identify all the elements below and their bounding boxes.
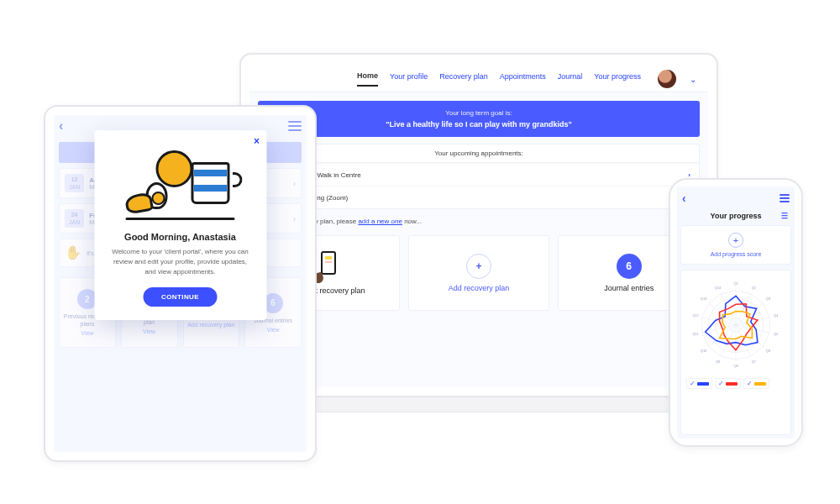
add-score-label: Add progress score	[688, 251, 784, 257]
top-nav: Home Your profile Recovery plan Appointm…	[249, 63, 708, 92]
svg-text:Q3: Q3	[766, 297, 771, 301]
date-badge: 12JAN	[65, 174, 84, 192]
radar-chart: Q1Q2Q3Q4Q5Q6Q7Q8Q9Q10Q11Q12Q13Q14	[686, 276, 785, 375]
laptop-content: Your long term goal is: "Live a healthy …	[249, 92, 708, 319]
goal-banner: Your long term goal is: "Live a healthy …	[258, 101, 700, 137]
tab-recovery[interactable]: Recovery plan	[439, 72, 488, 86]
add-score-card[interactable]: + Add progress score	[680, 225, 791, 265]
view-link[interactable]: View	[143, 328, 155, 334]
goal-label: Your long term goal is:	[263, 109, 695, 117]
legend-item[interactable]: ✓	[743, 378, 769, 389]
svg-text:Q6: Q6	[766, 349, 771, 353]
page-title: Your progress ☰	[680, 212, 791, 220]
appointment-header: Your upcoming appointments:	[259, 144, 699, 163]
card-row: Current recovery plan + Add recovery pla…	[258, 235, 700, 311]
add-new-link[interactable]: add a new one	[358, 218, 402, 225]
appointment-panel: Your upcoming appointments: 📍Narborough …	[258, 144, 700, 209]
card-title: Add recovery plan	[449, 284, 510, 292]
count-badge: 6	[617, 254, 642, 279]
legend-item[interactable]: ✓	[686, 378, 712, 389]
recovery-hint: e your last recovery plan, please add a …	[258, 216, 700, 225]
goal-quote: "Live a healthy life so I can play with …	[263, 120, 695, 129]
back-icon[interactable]: ‹	[682, 192, 686, 205]
chevron-right-icon: ›	[293, 214, 296, 223]
welcome-modal: × Good Morning, Anastasia Welcome to you…	[94, 130, 266, 320]
svg-text:Q7: Q7	[752, 360, 756, 364]
tab-home[interactable]: Home	[357, 71, 378, 87]
card-title: Journal entries	[604, 284, 654, 292]
svg-text:Q9: Q9	[716, 360, 720, 364]
appointment-row[interactable]: 📍Narborough Walk in Centre ›	[259, 163, 699, 186]
svg-text:Q5: Q5	[774, 332, 779, 336]
tab-profile[interactable]: Your profile	[390, 72, 428, 86]
radar-chart-card: Q1Q2Q3Q4Q5Q6Q7Q8Q9Q10Q11Q12Q13Q14 ✓✓✓	[680, 270, 791, 435]
plus-icon: +	[466, 254, 491, 279]
mobile-topbar: ‹	[680, 190, 791, 207]
tab-progress[interactable]: Your progress	[594, 72, 641, 86]
svg-text:Q2: Q2	[752, 286, 756, 290]
continue-button[interactable]: CONTINUE	[143, 287, 218, 307]
mobile-screen: ‹ Your progress ☰ + Add progress score Q…	[677, 186, 795, 438]
tab-appointments[interactable]: Appointments	[500, 72, 546, 86]
svg-text:Q8: Q8	[733, 364, 738, 368]
filter-icon[interactable]: ☰	[781, 212, 788, 220]
breakfast-illustration-icon	[126, 144, 235, 223]
svg-text:Q14: Q14	[715, 286, 722, 290]
laptop-screen: Home Your profile Recovery plan Appointm…	[249, 63, 708, 387]
menu-icon[interactable]	[780, 192, 790, 204]
menu-icon[interactable]	[288, 118, 302, 134]
tablet-frame: ‹ "Liv ds" 12JAN Advisor sMonday, › 24JA…	[44, 105, 317, 462]
close-icon[interactable]: ×	[254, 135, 260, 147]
view-link[interactable]: View	[81, 330, 93, 336]
chevron-right-icon: ›	[293, 179, 296, 188]
tab-journal[interactable]: Journal	[558, 72, 583, 86]
chart-legend: ✓✓✓	[686, 378, 785, 389]
back-icon[interactable]: ‹	[59, 118, 63, 134]
svg-text:Q1: Q1	[733, 281, 738, 286]
avatar[interactable]	[658, 70, 676, 88]
svg-text:Q13: Q13	[701, 297, 707, 301]
plus-icon: +	[728, 233, 743, 248]
appointment-row[interactable]: 📍Virtual meeting (Zoom) ›	[259, 186, 699, 208]
modal-body: Welcome to your 'client portal', where y…	[109, 247, 251, 277]
wave-icon	[65, 244, 81, 261]
card-label: Add recovery plan	[187, 321, 234, 328]
add-plan-card[interactable]: + Add recovery plan	[408, 235, 550, 311]
svg-text:Q12: Q12	[692, 313, 698, 318]
modal-title: Good Morning, Anastasia	[109, 232, 251, 242]
tablet-screen: ‹ "Liv ds" 12JAN Advisor sMonday, › 24JA…	[54, 115, 307, 452]
phone-in-hand-icon	[317, 251, 340, 281]
chevron-down-icon[interactable]: ⌄	[690, 75, 696, 84]
svg-text:Q4: Q4	[774, 313, 779, 318]
date-badge: 24JAN	[65, 209, 84, 228]
legend-item[interactable]: ✓	[715, 378, 741, 389]
view-link[interactable]: View	[267, 327, 280, 333]
mobile-frame: ‹ Your progress ☰ + Add progress score Q…	[669, 178, 803, 447]
svg-text:Q10: Q10	[701, 349, 707, 353]
svg-text:Q11: Q11	[692, 332, 698, 336]
